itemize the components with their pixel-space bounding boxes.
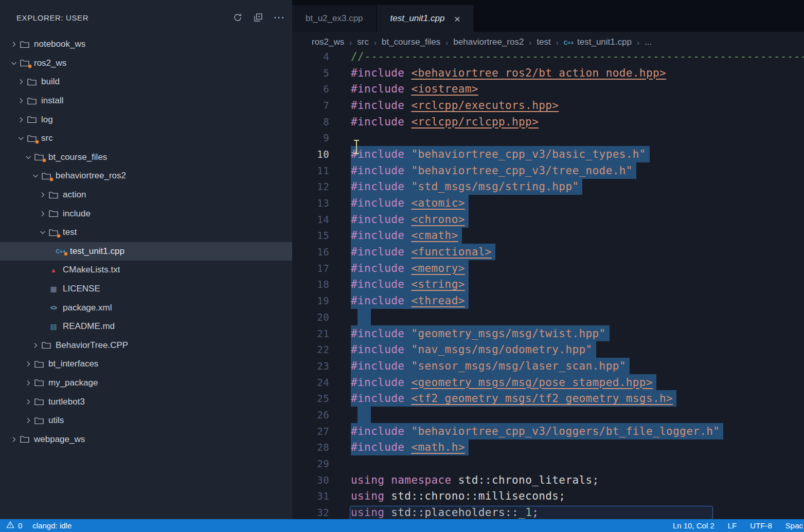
code-line[interactable]: 10#include "behaviortree_cpp_v3/basic_ty…: [292, 146, 804, 162]
code-line[interactable]: 25#include <tf2_geometry_msgs/tf2_geomet…: [292, 390, 804, 407]
code-line[interactable]: 12#include "std_msgs/msg/string.hpp": [292, 179, 804, 195]
line-number[interactable]: 26: [292, 409, 329, 420]
clangd-status[interactable]: clangd: idle: [32, 521, 72, 530]
line-number[interactable]: 4: [292, 51, 329, 62]
line-number[interactable]: 17: [292, 263, 329, 274]
code-line[interactable]: 8#include <rclcpp/rclcpp.hpp>: [292, 114, 804, 130]
line-number[interactable]: 9: [292, 132, 329, 143]
breadcrumb-item-src[interactable]: src: [357, 37, 369, 47]
tree-folder-my_package[interactable]: my_package: [0, 374, 292, 393]
tree-folder-utils[interactable]: utils: [0, 411, 292, 430]
tree-file-README.md[interactable]: ▤README.md: [0, 317, 292, 336]
code-line[interactable]: 15#include <cmath>: [292, 228, 804, 244]
line-number[interactable]: 8: [292, 116, 329, 127]
tree-folder-BehaviorTree.CPP[interactable]: BehaviorTree.CPP: [0, 336, 292, 355]
cursor-position[interactable]: Ln 10, Col 2: [673, 521, 714, 530]
code-line[interactable]: 17#include <memory>: [292, 260, 804, 277]
breadcrumb-item-test[interactable]: test: [537, 37, 550, 47]
line-number[interactable]: 30: [292, 474, 329, 486]
code-line[interactable]: 13#include <atomic>: [292, 195, 804, 211]
line-number[interactable]: 25: [292, 393, 329, 404]
breadcrumb-item-bt_course_files[interactable]: bt_course_files: [382, 37, 440, 47]
tab-test_unit1.cpp[interactable]: test_unit1.cpp×: [377, 5, 474, 32]
line-number[interactable]: 21: [292, 328, 329, 339]
code-line[interactable]: 29: [292, 455, 804, 472]
explorer-header: EXPLORER: USER ⋯: [0, 0, 292, 35]
refresh-icon[interactable]: [231, 11, 244, 24]
tree-file-test_unit1.cpp[interactable]: C++test_unit1.cpp: [0, 242, 292, 261]
tree-folder-behaviortree_ros2[interactable]: behaviortree_ros2: [0, 167, 292, 186]
tree-folder-src[interactable]: src: [0, 129, 292, 148]
breadcrumb-item-test_unit1.cpp[interactable]: C++test_unit1.cpp: [564, 37, 632, 47]
tree-folder-build[interactable]: build: [0, 72, 292, 91]
code-line[interactable]: 28#include <math.h>: [292, 439, 804, 456]
problems-indicator[interactable]: 0: [6, 521, 22, 530]
tree-folder-install[interactable]: install: [0, 91, 292, 111]
code-line[interactable]: 26: [292, 407, 804, 423]
code-line[interactable]: 27#include "behaviortree_cpp_v3/loggers/…: [292, 423, 804, 439]
code-line[interactable]: 16#include <functional>: [292, 244, 804, 260]
tree-folder-notebook_ws[interactable]: notebook_ws: [0, 35, 292, 54]
tab-bt_u2_ex3.cpp[interactable]: bt_u2_ex3.cpp: [292, 5, 377, 32]
line-number[interactable]: 15: [292, 230, 329, 241]
breadcrumb-item-ros2_ws[interactable]: ros2_ws: [312, 37, 344, 47]
tree-file-LICENSE[interactable]: ▦LICENSE: [0, 280, 292, 299]
line-number[interactable]: 28: [292, 442, 329, 453]
collapse-folders-icon[interactable]: [252, 11, 264, 24]
close-icon[interactable]: ×: [454, 13, 460, 24]
line-number[interactable]: 11: [292, 165, 329, 176]
tree-folder-log[interactable]: log: [0, 110, 292, 129]
line-number[interactable]: 5: [292, 67, 329, 79]
tree-folder-bt_course_files[interactable]: bt_course_files: [0, 148, 292, 167]
tree-folder-webpage_ws[interactable]: webpage_ws: [0, 430, 292, 449]
code-line[interactable]: 4//-------------------------------------…: [292, 48, 804, 65]
line-number[interactable]: 16: [292, 246, 329, 258]
tree-file-package.xml[interactable]: <>package.xml: [0, 298, 292, 317]
tree-folder-test[interactable]: test: [0, 223, 292, 242]
indentation-indicator[interactable]: Spac: [785, 521, 803, 530]
code-line[interactable]: 24#include <geometry_msgs/msg/pose_stamp…: [292, 374, 804, 391]
line-number[interactable]: 19: [292, 295, 329, 306]
code-line[interactable]: 22#include "nav_msgs/msg/odometry.hpp": [292, 341, 804, 358]
breadcrumb-item-behaviortree_ros2[interactable]: behaviortree_ros2: [453, 37, 524, 47]
line-number[interactable]: 18: [292, 279, 329, 290]
code-line[interactable]: 5#include <behaviortree_ros2/bt_action_n…: [292, 65, 804, 81]
tree-folder-include[interactable]: include: [0, 204, 292, 223]
code-line[interactable]: 6#include <iostream>: [292, 81, 804, 97]
code-line[interactable]: 7#include <rclcpp/executors.hpp>: [292, 97, 804, 114]
code-line[interactable]: 21#include "geometry_msgs/msg/twist.hpp": [292, 325, 804, 342]
more-actions-icon[interactable]: ⋯: [273, 11, 285, 24]
line-number[interactable]: 14: [292, 214, 329, 225]
code-line[interactable]: 14#include <chrono>: [292, 211, 804, 228]
code-line[interactable]: 11#include "behaviortree_cpp_v3/tree_nod…: [292, 162, 804, 179]
eol-indicator[interactable]: LF: [728, 521, 737, 530]
line-number[interactable]: 13: [292, 197, 329, 209]
tree-folder-ros2_ws[interactable]: ros2_ws: [0, 54, 292, 73]
code-line[interactable]: 18#include <string>: [292, 277, 804, 293]
breadcrumb-item-...[interactable]: ...: [645, 37, 652, 47]
line-number[interactable]: 12: [292, 181, 329, 192]
line-number[interactable]: 6: [292, 83, 329, 95]
line-number[interactable]: 32: [292, 507, 329, 518]
code-line[interactable]: 19#include <thread>: [292, 292, 804, 309]
code-line[interactable]: 9: [292, 130, 804, 146]
line-number[interactable]: 20: [292, 311, 329, 323]
tree-folder-bt_interfaces[interactable]: bt_interfaces: [0, 355, 292, 374]
git-modified-dot: [42, 158, 46, 162]
line-number[interactable]: 29: [292, 458, 329, 469]
tree-folder-turtlebot3[interactable]: turtlebot3: [0, 392, 292, 411]
code-line[interactable]: 31using std::chrono::milliseconds;: [292, 488, 804, 505]
encoding-indicator[interactable]: UTF-8: [750, 521, 772, 530]
line-number[interactable]: 22: [292, 344, 329, 355]
tree-folder-action[interactable]: action: [0, 186, 292, 205]
line-number[interactable]: 31: [292, 490, 329, 502]
code-line[interactable]: 20: [292, 309, 804, 325]
code-line[interactable]: 30using namespace std::chrono_literals;: [292, 472, 804, 488]
line-number[interactable]: 27: [292, 426, 329, 437]
code-line[interactable]: 23#include "sensor_msgs/msg/laser_scan.h…: [292, 358, 804, 374]
line-number[interactable]: 10: [292, 149, 329, 160]
tree-file-CMakeLists.txt[interactable]: ▲CMakeLists.txt: [0, 261, 292, 280]
line-number[interactable]: 24: [292, 377, 329, 388]
line-number[interactable]: 23: [292, 360, 329, 372]
line-number[interactable]: 7: [292, 100, 329, 111]
